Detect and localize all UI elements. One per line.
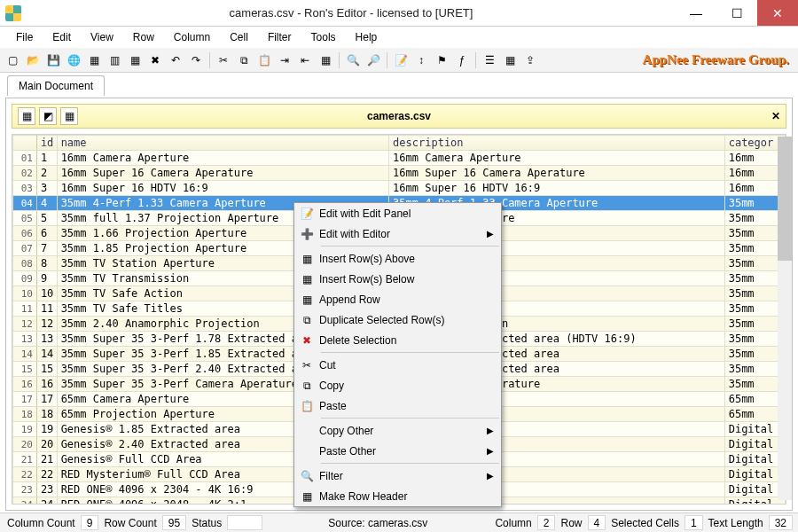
cell[interactable]: 19 bbox=[36, 422, 57, 437]
menu-row[interactable]: Row bbox=[124, 29, 163, 45]
menu-column[interactable]: Column bbox=[165, 29, 219, 45]
cell[interactable]: 16mm Camera Aperture bbox=[389, 151, 725, 166]
copy-col-icon[interactable]: ⇥ bbox=[276, 51, 293, 69]
context-menu-item[interactable]: 🔍Filter▶ bbox=[294, 466, 501, 486]
paste-col-icon[interactable]: ⇤ bbox=[296, 51, 314, 69]
cell[interactable]: Digital bbox=[724, 467, 785, 482]
context-menu-item[interactable]: 📝Edit with Edit Panel bbox=[294, 203, 501, 223]
minimize-button[interactable]: — bbox=[676, 0, 716, 26]
cell[interactable]: 5 bbox=[36, 211, 57, 226]
cell[interactable]: 20 bbox=[36, 437, 57, 452]
cell[interactable]: 35mm bbox=[724, 377, 785, 392]
cell[interactable]: 35mm bbox=[724, 286, 785, 301]
cut-icon[interactable]: ✂ bbox=[215, 51, 232, 69]
cell[interactable]: 22 bbox=[36, 467, 57, 482]
column-header[interactable]: description bbox=[389, 136, 725, 151]
cell[interactable]: 35mm bbox=[724, 317, 785, 332]
context-menu-item[interactable]: ➕Edit with Editor▶ bbox=[294, 223, 501, 244]
menu-help[interactable]: Help bbox=[347, 29, 387, 45]
cell[interactable]: 12 bbox=[36, 317, 57, 332]
cell[interactable]: 65mm bbox=[724, 392, 785, 407]
cell[interactable]: 21 bbox=[36, 452, 57, 467]
cell[interactable]: 1 bbox=[36, 151, 57, 166]
table-row[interactable]: 01116mm Camera Aperture16mm Camera Apert… bbox=[13, 151, 786, 166]
context-menu-item[interactable]: ✂Cut bbox=[294, 355, 501, 375]
cell[interactable]: 14 bbox=[36, 347, 57, 362]
cell[interactable]: 35mm bbox=[724, 347, 785, 362]
grid-add-icon[interactable]: ▦ bbox=[85, 51, 103, 69]
menu-cell[interactable]: Cell bbox=[221, 29, 257, 45]
menu-filter[interactable]: Filter bbox=[259, 29, 301, 45]
cell[interactable]: 13 bbox=[36, 332, 57, 347]
cell[interactable]: 16mm Camera Aperture bbox=[57, 151, 388, 166]
edit-doc-icon[interactable]: 📝 bbox=[392, 51, 410, 69]
cell[interactable]: 35mm bbox=[724, 211, 785, 226]
sort-icon[interactable]: ↕ bbox=[412, 51, 430, 69]
context-menu-item[interactable]: ✖Delete Selection bbox=[294, 330, 501, 350]
cell[interactable]: 35mm bbox=[724, 256, 785, 271]
filename-close-icon[interactable]: ✕ bbox=[771, 110, 780, 122]
cell[interactable]: 7 bbox=[36, 241, 57, 256]
context-menu-item[interactable]: ▦Insert Row(s) Below bbox=[294, 269, 501, 289]
list-icon[interactable]: ☰ bbox=[481, 51, 498, 69]
cell[interactable]: 18 bbox=[36, 407, 57, 422]
maximize-button[interactable]: ☐ bbox=[716, 0, 757, 26]
cell[interactable]: 16 bbox=[36, 377, 57, 392]
cell[interactable]: 15 bbox=[36, 362, 57, 377]
context-menu-item[interactable]: Copy Other▶ bbox=[294, 420, 501, 441]
context-menu-item[interactable]: 📋Paste bbox=[294, 395, 501, 416]
cell[interactable]: 35mm bbox=[724, 332, 785, 347]
cell[interactable]: Digital bbox=[724, 482, 785, 497]
cell[interactable]: 35mm bbox=[724, 226, 785, 241]
cell[interactable]: 16mm Super 16 HDTV 16:9 bbox=[389, 181, 725, 196]
zoom-icon[interactable]: 🔎 bbox=[364, 51, 382, 69]
grid-icon[interactable]: ▦ bbox=[126, 51, 144, 69]
cell[interactable]: 35mm bbox=[724, 196, 785, 211]
cell[interactable]: Digital bbox=[724, 452, 785, 467]
cell[interactable]: 10 bbox=[36, 286, 57, 301]
cell[interactable]: 9 bbox=[36, 271, 57, 286]
cell[interactable]: 65mm bbox=[724, 407, 785, 422]
menu-view[interactable]: View bbox=[82, 29, 122, 45]
cell[interactable]: Digital bbox=[724, 422, 785, 437]
cell[interactable]: 16mm Super 16 Camera Aperature bbox=[57, 166, 388, 181]
context-menu-item[interactable]: ▦Insert Row(s) Above bbox=[294, 248, 501, 269]
cell[interactable]: 17 bbox=[36, 392, 57, 407]
cell[interactable]: 4 bbox=[36, 196, 57, 211]
menu-edit[interactable]: Edit bbox=[43, 29, 80, 45]
vertical-scrollbar[interactable] bbox=[778, 137, 792, 500]
copy-icon[interactable]: ⧉ bbox=[235, 51, 253, 69]
menu-file[interactable]: File bbox=[7, 29, 42, 45]
table-row[interactable]: 02216mm Super 16 Camera Aperature16mm Su… bbox=[13, 166, 786, 181]
paste-icon[interactable]: 📋 bbox=[255, 51, 273, 69]
export-icon[interactable]: ⇪ bbox=[521, 51, 539, 69]
context-menu-item[interactable]: ▦Make Row Header bbox=[294, 486, 501, 506]
cell[interactable]: 16mm bbox=[724, 166, 785, 181]
grid-tool-icon[interactable]: ▦ bbox=[501, 51, 519, 69]
menu-tools[interactable]: Tools bbox=[302, 29, 345, 45]
cell[interactable]: 8 bbox=[36, 256, 57, 271]
tab-main-document[interactable]: Main Document bbox=[7, 75, 105, 96]
context-menu-item[interactable]: ▦Append Row bbox=[294, 289, 501, 309]
save-icon[interactable]: 💾 bbox=[44, 51, 62, 69]
cell[interactable]: 35mm bbox=[724, 301, 785, 317]
filename-tool-icon[interactable]: ▦ bbox=[18, 107, 35, 125]
cell[interactable]: 16mm Super 16 HDTV 16:9 bbox=[57, 181, 388, 196]
open-icon[interactable]: 📂 bbox=[24, 51, 42, 69]
context-menu-item[interactable]: ⧉Copy bbox=[294, 375, 501, 395]
cell[interactable]: 3 bbox=[36, 181, 57, 196]
undo-icon[interactable]: ↶ bbox=[167, 51, 184, 69]
column-header[interactable]: categor bbox=[724, 136, 785, 151]
paste-grid-icon[interactable]: ▦ bbox=[317, 51, 334, 69]
cell[interactable]: 35mm bbox=[724, 362, 785, 377]
cell[interactable]: 16mm bbox=[724, 181, 785, 196]
cell[interactable]: 23 bbox=[36, 482, 57, 497]
cell[interactable]: 11 bbox=[36, 301, 57, 317]
cell[interactable]: 16mm bbox=[724, 151, 785, 166]
cell[interactable]: 16mm Super 16 Camera Aperature bbox=[389, 166, 725, 181]
cell[interactable]: 35mm bbox=[724, 271, 785, 286]
table-row[interactable]: 03316mm Super 16 HDTV 16:916mm Super 16 … bbox=[13, 181, 786, 196]
find-icon[interactable]: 🔍 bbox=[344, 51, 362, 69]
close-button[interactable]: ✕ bbox=[757, 0, 798, 26]
func-icon[interactable]: ƒ bbox=[453, 51, 471, 69]
